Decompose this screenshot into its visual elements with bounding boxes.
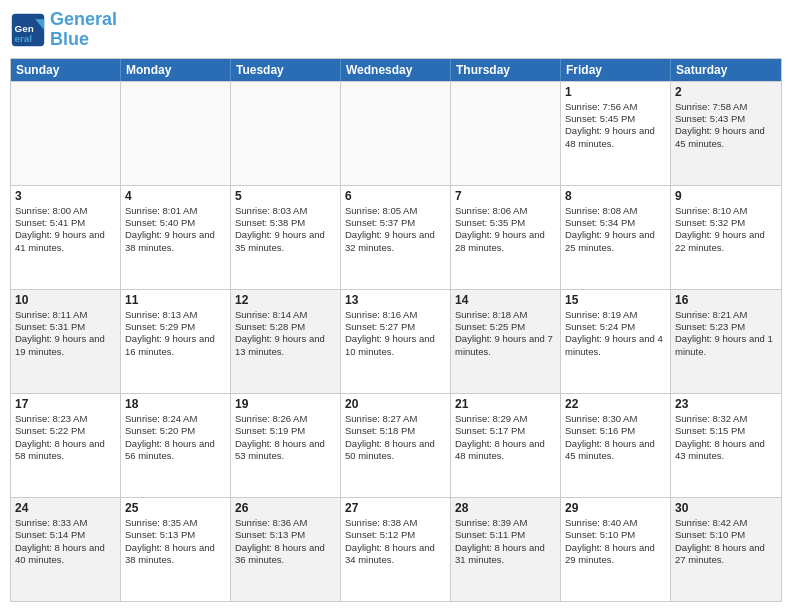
calendar-row: 3 Sunrise: 8:00 AM Sunset: 5:41 PM Dayli… [11, 185, 781, 289]
calendar-cell: 20 Sunrise: 8:27 AM Sunset: 5:18 PM Dayl… [341, 394, 451, 497]
day-number: 23 [675, 397, 777, 411]
calendar-cell: 9 Sunrise: 8:10 AM Sunset: 5:32 PM Dayli… [671, 186, 781, 289]
calendar-cell: 16 Sunrise: 8:21 AM Sunset: 5:23 PM Dayl… [671, 290, 781, 393]
day-number: 28 [455, 501, 556, 515]
day-number: 10 [15, 293, 116, 307]
calendar-cell: 3 Sunrise: 8:00 AM Sunset: 5:41 PM Dayli… [11, 186, 121, 289]
calendar-cell: 29 Sunrise: 8:40 AM Sunset: 5:10 PM Dayl… [561, 498, 671, 601]
day-info: Sunrise: 8:26 AM Sunset: 5:19 PM Dayligh… [235, 413, 336, 462]
calendar-cell: 2 Sunrise: 7:58 AM Sunset: 5:43 PM Dayli… [671, 82, 781, 185]
day-number: 12 [235, 293, 336, 307]
header-day: Thursday [451, 59, 561, 81]
day-info: Sunrise: 8:06 AM Sunset: 5:35 PM Dayligh… [455, 205, 556, 254]
day-info: Sunrise: 8:36 AM Sunset: 5:13 PM Dayligh… [235, 517, 336, 566]
day-number: 2 [675, 85, 777, 99]
calendar-cell: 14 Sunrise: 8:18 AM Sunset: 5:25 PM Dayl… [451, 290, 561, 393]
calendar-cell: 30 Sunrise: 8:42 AM Sunset: 5:10 PM Dayl… [671, 498, 781, 601]
calendar-cell: 25 Sunrise: 8:35 AM Sunset: 5:13 PM Dayl… [121, 498, 231, 601]
day-number: 5 [235, 189, 336, 203]
day-info: Sunrise: 8:13 AM Sunset: 5:29 PM Dayligh… [125, 309, 226, 358]
day-number: 13 [345, 293, 446, 307]
logo: Gen eral GeneralBlue [10, 10, 117, 50]
day-number: 16 [675, 293, 777, 307]
calendar-cell: 15 Sunrise: 8:19 AM Sunset: 5:24 PM Dayl… [561, 290, 671, 393]
day-info: Sunrise: 8:19 AM Sunset: 5:24 PM Dayligh… [565, 309, 666, 358]
day-number: 6 [345, 189, 446, 203]
day-info: Sunrise: 8:23 AM Sunset: 5:22 PM Dayligh… [15, 413, 116, 462]
day-number: 8 [565, 189, 666, 203]
header-day: Sunday [11, 59, 121, 81]
day-number: 15 [565, 293, 666, 307]
day-info: Sunrise: 8:40 AM Sunset: 5:10 PM Dayligh… [565, 517, 666, 566]
logo-name: GeneralBlue [50, 10, 117, 50]
day-info: Sunrise: 8:18 AM Sunset: 5:25 PM Dayligh… [455, 309, 556, 358]
calendar-cell: 18 Sunrise: 8:24 AM Sunset: 5:20 PM Dayl… [121, 394, 231, 497]
day-info: Sunrise: 8:39 AM Sunset: 5:11 PM Dayligh… [455, 517, 556, 566]
calendar-cell: 11 Sunrise: 8:13 AM Sunset: 5:29 PM Dayl… [121, 290, 231, 393]
calendar-cell: 17 Sunrise: 8:23 AM Sunset: 5:22 PM Dayl… [11, 394, 121, 497]
calendar: SundayMondayTuesdayWednesdayThursdayFrid… [10, 58, 782, 602]
day-info: Sunrise: 8:01 AM Sunset: 5:40 PM Dayligh… [125, 205, 226, 254]
day-info: Sunrise: 8:38 AM Sunset: 5:12 PM Dayligh… [345, 517, 446, 566]
logo-icon: Gen eral [10, 12, 46, 48]
day-info: Sunrise: 8:16 AM Sunset: 5:27 PM Dayligh… [345, 309, 446, 358]
calendar-cell: 6 Sunrise: 8:05 AM Sunset: 5:37 PM Dayli… [341, 186, 451, 289]
day-number: 1 [565, 85, 666, 99]
calendar-cell [451, 82, 561, 185]
calendar-cell [341, 82, 451, 185]
calendar-cell: 7 Sunrise: 8:06 AM Sunset: 5:35 PM Dayli… [451, 186, 561, 289]
day-number: 19 [235, 397, 336, 411]
calendar-cell: 21 Sunrise: 8:29 AM Sunset: 5:17 PM Dayl… [451, 394, 561, 497]
calendar-cell: 12 Sunrise: 8:14 AM Sunset: 5:28 PM Dayl… [231, 290, 341, 393]
calendar-cell: 26 Sunrise: 8:36 AM Sunset: 5:13 PM Dayl… [231, 498, 341, 601]
day-number: 26 [235, 501, 336, 515]
calendar-cell: 8 Sunrise: 8:08 AM Sunset: 5:34 PM Dayli… [561, 186, 671, 289]
day-info: Sunrise: 8:30 AM Sunset: 5:16 PM Dayligh… [565, 413, 666, 462]
day-info: Sunrise: 8:11 AM Sunset: 5:31 PM Dayligh… [15, 309, 116, 358]
calendar-row: 1 Sunrise: 7:56 AM Sunset: 5:45 PM Dayli… [11, 81, 781, 185]
calendar-row: 24 Sunrise: 8:33 AM Sunset: 5:14 PM Dayl… [11, 497, 781, 601]
day-number: 3 [15, 189, 116, 203]
header-day: Wednesday [341, 59, 451, 81]
calendar-row: 10 Sunrise: 8:11 AM Sunset: 5:31 PM Dayl… [11, 289, 781, 393]
calendar-cell: 10 Sunrise: 8:11 AM Sunset: 5:31 PM Dayl… [11, 290, 121, 393]
calendar-header: SundayMondayTuesdayWednesdayThursdayFrid… [11, 59, 781, 81]
day-info: Sunrise: 8:33 AM Sunset: 5:14 PM Dayligh… [15, 517, 116, 566]
day-info: Sunrise: 8:27 AM Sunset: 5:18 PM Dayligh… [345, 413, 446, 462]
day-number: 25 [125, 501, 226, 515]
day-info: Sunrise: 8:05 AM Sunset: 5:37 PM Dayligh… [345, 205, 446, 254]
day-number: 30 [675, 501, 777, 515]
calendar-cell: 4 Sunrise: 8:01 AM Sunset: 5:40 PM Dayli… [121, 186, 231, 289]
day-number: 20 [345, 397, 446, 411]
calendar-cell: 27 Sunrise: 8:38 AM Sunset: 5:12 PM Dayl… [341, 498, 451, 601]
day-info: Sunrise: 7:56 AM Sunset: 5:45 PM Dayligh… [565, 101, 666, 150]
calendar-cell: 19 Sunrise: 8:26 AM Sunset: 5:19 PM Dayl… [231, 394, 341, 497]
day-info: Sunrise: 8:03 AM Sunset: 5:38 PM Dayligh… [235, 205, 336, 254]
day-info: Sunrise: 8:00 AM Sunset: 5:41 PM Dayligh… [15, 205, 116, 254]
day-info: Sunrise: 8:08 AM Sunset: 5:34 PM Dayligh… [565, 205, 666, 254]
header-day: Monday [121, 59, 231, 81]
day-number: 14 [455, 293, 556, 307]
calendar-cell: 22 Sunrise: 8:30 AM Sunset: 5:16 PM Dayl… [561, 394, 671, 497]
calendar-cell: 23 Sunrise: 8:32 AM Sunset: 5:15 PM Dayl… [671, 394, 781, 497]
calendar-cell: 24 Sunrise: 8:33 AM Sunset: 5:14 PM Dayl… [11, 498, 121, 601]
calendar-cell [231, 82, 341, 185]
calendar-cell [121, 82, 231, 185]
day-number: 4 [125, 189, 226, 203]
day-info: Sunrise: 7:58 AM Sunset: 5:43 PM Dayligh… [675, 101, 777, 150]
header-day: Friday [561, 59, 671, 81]
day-number: 27 [345, 501, 446, 515]
day-number: 18 [125, 397, 226, 411]
day-info: Sunrise: 8:35 AM Sunset: 5:13 PM Dayligh… [125, 517, 226, 566]
calendar-row: 17 Sunrise: 8:23 AM Sunset: 5:22 PM Dayl… [11, 393, 781, 497]
day-number: 11 [125, 293, 226, 307]
day-info: Sunrise: 8:14 AM Sunset: 5:28 PM Dayligh… [235, 309, 336, 358]
header-day: Tuesday [231, 59, 341, 81]
day-number: 21 [455, 397, 556, 411]
day-number: 29 [565, 501, 666, 515]
day-number: 24 [15, 501, 116, 515]
page: Gen eral GeneralBlue SundayMondayTuesday… [0, 0, 792, 612]
calendar-cell: 28 Sunrise: 8:39 AM Sunset: 5:11 PM Dayl… [451, 498, 561, 601]
header: Gen eral GeneralBlue [10, 10, 782, 50]
calendar-cell: 1 Sunrise: 7:56 AM Sunset: 5:45 PM Dayli… [561, 82, 671, 185]
